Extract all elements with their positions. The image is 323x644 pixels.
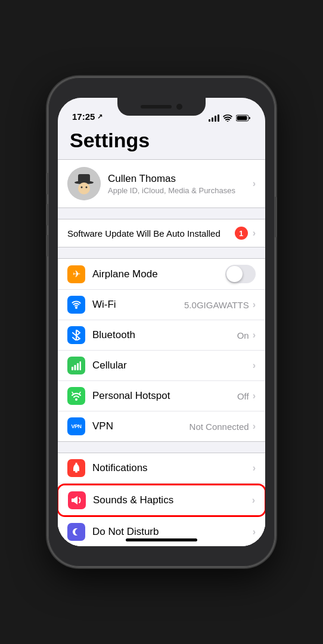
profile-chevron: ›: [253, 178, 256, 189]
airplane-mode-label: Airplane Mode: [92, 268, 225, 280]
cellular-chevron: ›: [253, 360, 256, 371]
svg-point-13: [75, 398, 77, 401]
svg-point-5: [78, 182, 90, 194]
svg-point-6: [81, 187, 83, 188]
svg-point-7: [86, 187, 88, 188]
sounds-row[interactable]: Sounds & Haptics ›: [58, 485, 265, 515]
profile-row[interactable]: Cullen Thomas Apple ID, iCloud, Media & …: [58, 159, 265, 208]
bluetooth-icon: [67, 326, 85, 344]
donotdisturb-icon: [67, 523, 85, 541]
profile-subtitle: Apple ID, iCloud, Media & Purchases: [108, 186, 253, 195]
settings-group-notifications: Notifications ›: [58, 453, 265, 546]
cellular-row[interactable]: Cellular ›: [58, 351, 265, 381]
phone-frame: 17:25 ↗: [48, 78, 275, 566]
speaker: [141, 105, 172, 109]
sounds-highlight-border: Sounds & Haptics ›: [58, 484, 265, 517]
svg-rect-1: [237, 116, 247, 120]
svg-rect-11: [77, 363, 79, 370]
sounds-highlight-wrapper: Sounds & Haptics ›: [58, 484, 265, 517]
wifi-chevron: ›: [253, 299, 256, 310]
cellular-icon: [67, 357, 85, 374]
status-icons: [209, 114, 251, 122]
page-title: Settings: [58, 124, 265, 159]
vpn-value: Not Connected: [190, 422, 249, 432]
donotdisturb-label: Do Not Disturb: [92, 526, 253, 538]
hotspot-value: Off: [237, 391, 249, 401]
svg-rect-16: [72, 499, 74, 502]
gap2: [58, 247, 265, 258]
signal-icon: [209, 114, 219, 122]
sounds-chevron: ›: [252, 495, 255, 506]
hotspot-row[interactable]: Personal Hotspot Off ›: [58, 381, 265, 411]
update-text: Software Update Will Be Auto Installed: [67, 228, 235, 239]
hotspot-chevron: ›: [253, 391, 256, 401]
wifi-row[interactable]: Wi-Fi 5.0GIGAWATTS ›: [58, 290, 265, 320]
bluetooth-value: On: [237, 330, 249, 340]
camera: [176, 104, 182, 110]
gap3: [58, 442, 265, 453]
vpn-label: VPN: [92, 420, 190, 432]
cellular-label: Cellular: [92, 360, 253, 371]
profile-info: Cullen Thomas Apple ID, iCloud, Media & …: [108, 173, 253, 195]
gap1: [58, 208, 265, 219]
airplane-mode-row[interactable]: ✈ Airplane Mode: [58, 259, 265, 290]
svg-rect-12: [80, 361, 82, 370]
wifi-status-icon: [223, 114, 232, 122]
donotdisturb-row[interactable]: Do Not Disturb ›: [58, 517, 265, 546]
svg-rect-9: [72, 367, 73, 370]
update-banner[interactable]: Software Update Will Be Auto Installed 1…: [58, 219, 265, 247]
wifi-icon: [67, 296, 85, 314]
hotspot-icon: [67, 387, 85, 405]
location-icon: ↗: [97, 113, 103, 120]
avatar: [67, 167, 101, 200]
settings-group-connectivity: ✈ Airplane Mode: [58, 258, 265, 442]
svg-point-8: [75, 306, 77, 309]
airplane-toggle[interactable]: [225, 265, 256, 283]
settings-content: Settings: [58, 124, 265, 546]
update-badge: 1: [235, 227, 248, 240]
home-indicator: [126, 538, 197, 541]
sounds-label: Sounds & Haptics: [93, 494, 252, 506]
wifi-value: 5.0GIGAWATTS: [184, 300, 249, 310]
profile-name: Cullen Thomas: [108, 173, 253, 185]
vpn-icon: VPN: [67, 417, 85, 435]
notifications-chevron: ›: [253, 463, 256, 473]
notifications-label: Notifications: [92, 462, 253, 474]
vpn-chevron: ›: [253, 421, 256, 432]
sounds-icon: [68, 491, 86, 509]
donotdisturb-chevron: ›: [253, 527, 256, 537]
hotspot-label: Personal Hotspot: [92, 390, 237, 402]
notifications-icon: [67, 459, 85, 477]
status-time: 17:25 ↗: [72, 112, 103, 122]
svg-rect-10: [74, 365, 76, 370]
bluetooth-chevron: ›: [253, 330, 256, 340]
airplane-mode-icon: ✈: [67, 265, 85, 283]
wifi-label: Wi-Fi: [92, 299, 184, 311]
svg-rect-4: [78, 174, 90, 182]
notch: [117, 98, 206, 116]
screen: 17:25 ↗: [58, 98, 265, 546]
svg-rect-14: [75, 471, 77, 473]
update-chevron: ›: [253, 228, 256, 239]
notifications-row[interactable]: Notifications ›: [58, 453, 265, 484]
toggle-thumb: [226, 266, 243, 282]
vpn-row[interactable]: VPN VPN Not Connected ›: [58, 411, 265, 441]
battery-icon: [236, 114, 251, 122]
bluetooth-row[interactable]: Bluetooth On ›: [58, 320, 265, 351]
bluetooth-label: Bluetooth: [92, 329, 237, 341]
